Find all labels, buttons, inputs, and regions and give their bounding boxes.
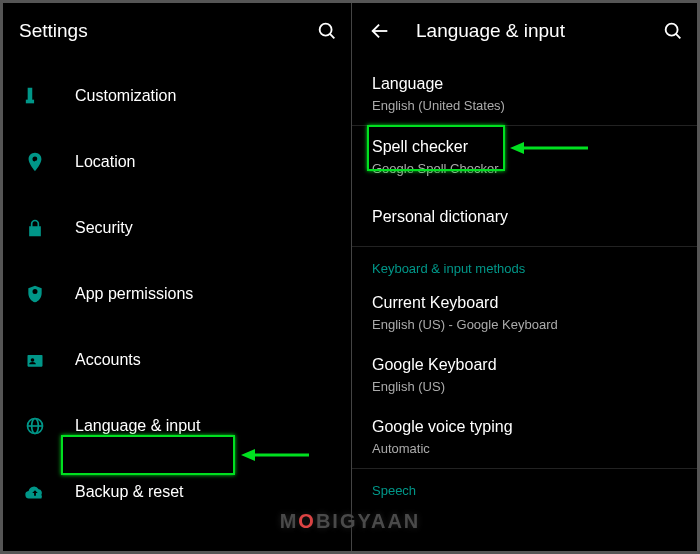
item-label: Spell checker: [372, 136, 681, 158]
item-label: Customization: [75, 85, 335, 107]
item-label: Google Keyboard: [372, 354, 681, 376]
settings-item-accounts[interactable]: Accounts: [3, 327, 351, 393]
settings-title: Settings: [19, 20, 315, 42]
settings-item-security[interactable]: Security: [3, 195, 351, 261]
cloud-upload-icon: [23, 480, 47, 504]
item-sublabel: Google Spell Checker: [372, 160, 681, 178]
item-label: Language: [372, 73, 681, 95]
settings-header: Settings: [3, 3, 351, 59]
svg-rect-3: [26, 100, 34, 104]
account-icon: [23, 348, 47, 372]
svg-point-12: [666, 24, 678, 36]
item-label: Security: [75, 217, 335, 239]
item-sublabel: English (United States): [372, 97, 681, 115]
back-icon[interactable]: [368, 20, 392, 42]
item-label: Google voice typing: [372, 416, 681, 438]
place-icon: [23, 150, 47, 174]
language-input-header: Language & input: [352, 3, 697, 59]
item-label: Personal dictionary: [372, 206, 681, 228]
settings-list: Customization Location Security App perm…: [3, 59, 351, 525]
settings-item-language-input[interactable]: Language & input: [3, 393, 351, 459]
item-label: Language & input: [75, 415, 335, 437]
item-label: Backup & reset: [75, 481, 335, 503]
svg-point-5: [31, 358, 35, 362]
item-personal-dictionary[interactable]: Personal dictionary: [352, 188, 697, 246]
item-google-voice-typing[interactable]: Google voice typing Automatic: [352, 406, 697, 468]
item-label: App permissions: [75, 283, 335, 305]
item-label: Current Keyboard: [372, 292, 681, 314]
svg-line-1: [330, 34, 334, 38]
settings-item-location[interactable]: Location: [3, 129, 351, 195]
language-input-title: Language & input: [416, 20, 661, 42]
item-language[interactable]: Language English (United States): [352, 63, 697, 125]
language-input-panel: Language & input Language English (Unite…: [351, 3, 697, 551]
svg-rect-4: [28, 355, 43, 367]
item-sublabel: English (US): [372, 378, 681, 396]
subheader-keyboard-input: Keyboard & input methods: [352, 247, 697, 282]
item-current-keyboard[interactable]: Current Keyboard English (US) - Google K…: [352, 282, 697, 344]
globe-icon: [23, 414, 47, 438]
item-label: Location: [75, 151, 335, 173]
language-input-list: Language English (United States) Spell c…: [352, 59, 697, 504]
svg-line-13: [676, 34, 680, 38]
svg-rect-2: [28, 88, 33, 101]
settings-panel: Settings Customization Location Security: [3, 3, 351, 551]
item-sublabel: Automatic: [372, 440, 681, 458]
lock-icon: [23, 216, 47, 240]
subheader-speech: Speech: [352, 469, 697, 504]
search-icon[interactable]: [661, 20, 685, 42]
item-sublabel: English (US) - Google Keyboard: [372, 316, 681, 334]
item-google-keyboard[interactable]: Google Keyboard English (US): [352, 344, 697, 406]
item-spell-checker[interactable]: Spell checker Google Spell Checker: [352, 126, 697, 188]
svg-point-0: [320, 24, 332, 36]
watermark: MOBIGYAAN: [280, 510, 421, 533]
shield-icon: [23, 282, 47, 306]
search-icon[interactable]: [315, 20, 339, 42]
item-label: Accounts: [75, 349, 335, 371]
settings-item-customization[interactable]: Customization: [3, 63, 351, 129]
brush-icon: [23, 84, 47, 108]
settings-item-app-permissions[interactable]: App permissions: [3, 261, 351, 327]
